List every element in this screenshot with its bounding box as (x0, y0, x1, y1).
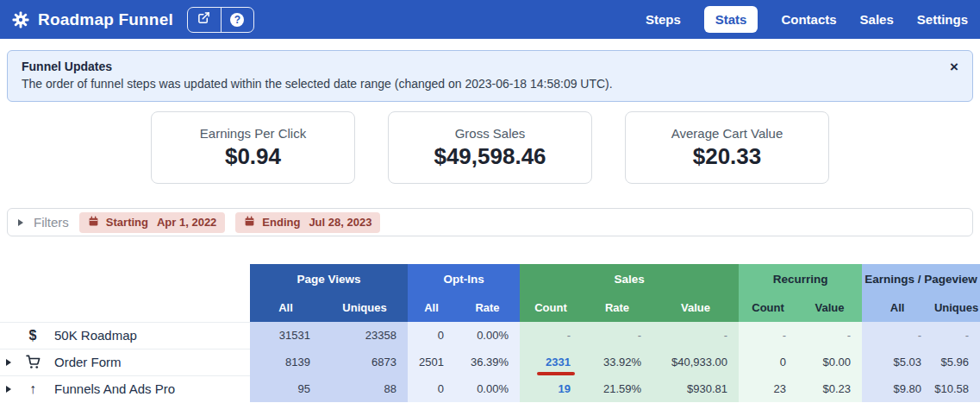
column-group-opt-ins: Opt-Ins (408, 264, 520, 293)
pill-name: Ending (262, 216, 300, 229)
funnel-step-label-cell[interactable]: $ 50K Roadmap (0, 322, 250, 349)
table-cell: $0.23 (797, 375, 862, 402)
stat-cards: Earnings Per Click $0.94 Gross Sales $49… (0, 111, 980, 184)
page-title: Roadmap Funnel (38, 10, 173, 29)
expand-caret-icon[interactable] (6, 386, 20, 393)
header-button-group: ? (187, 7, 254, 33)
nav-stats[interactable]: Stats (704, 6, 758, 33)
sales-count-link[interactable]: 19 (559, 382, 571, 395)
help-button[interactable]: ? (221, 8, 253, 32)
calendar-icon (88, 216, 99, 230)
table-cell: 21.59% (582, 375, 652, 402)
nav-contacts[interactable]: Contacts (781, 12, 836, 27)
alert-message: The order of funnel steps was updated wi… (22, 77, 958, 91)
column-group-page-views: Page Views (250, 264, 408, 293)
table-cell: - (933, 322, 980, 349)
table-cell: - (797, 322, 862, 349)
col-recurring-value: Value (797, 293, 862, 322)
table-cell: $40,933.00 (652, 349, 739, 375)
table-cell: - (739, 322, 797, 349)
col-pageviews-all: All (250, 293, 321, 322)
alert-title: Funnel Updates (22, 60, 958, 73)
column-group-sales: Sales (520, 264, 739, 293)
card-label: Gross Sales (455, 126, 526, 141)
nav-settings[interactable]: Settings (917, 12, 968, 27)
table-cell: 33.92% (582, 349, 652, 375)
table-cell: 0.00% (455, 375, 520, 402)
col-earnings-uniques: Uniques (933, 293, 980, 322)
column-group-earnings-pageview: Earnings / Pageview (862, 264, 980, 293)
table-cell: 23358 (321, 322, 408, 349)
table-row: $ 50K Roadmap 31531 23358 0 0.00% - - - … (0, 322, 980, 349)
header-spacer (0, 293, 250, 322)
filters-bar: Filters Starting Apr 1, 2022 Ending Jul … (7, 208, 973, 236)
funnel-step-label-cell[interactable]: ↑ Funnels And Ads Pro (0, 375, 250, 402)
table-cell: $5.96 (933, 349, 980, 375)
arrow-up-icon: ↑ (20, 381, 46, 397)
table-cell: $930.81 (652, 375, 739, 402)
app-header: Roadmap Funnel ? Steps Stats Contacts Sa… (0, 0, 980, 39)
col-optins-rate: Rate (455, 293, 520, 322)
table-cell: 88 (321, 375, 408, 402)
gear-icon (12, 11, 29, 28)
table-cell: - (652, 322, 739, 349)
col-recurring-count: Count (739, 293, 797, 322)
cart-icon (20, 355, 46, 369)
card-earnings-per-click: Earnings Per Click $0.94 (151, 111, 355, 184)
table-cell: $5.03 (862, 349, 933, 375)
external-link-icon (197, 11, 210, 28)
pill-value: Apr 1, 2022 (157, 216, 216, 229)
table-cell: 0.00% (455, 322, 520, 349)
starting-date-pill[interactable]: Starting Apr 1, 2022 (79, 212, 226, 233)
header-nav: Steps Stats Contacts Sales Settings (646, 6, 968, 33)
funnel-step-name: Funnels And Ads Pro (54, 381, 175, 396)
ending-date-pill[interactable]: Ending Jul 28, 2023 (235, 212, 380, 233)
close-icon[interactable]: × (950, 60, 958, 74)
col-earnings-all: All (862, 293, 933, 322)
funnel-step-label-cell[interactable]: Order Form (0, 349, 250, 375)
sales-count-link[interactable]: 2331 (546, 356, 571, 368)
col-sales-count: Count (520, 293, 582, 322)
table-cell: 8139 (250, 349, 321, 375)
table-cell: $0.00 (797, 349, 862, 375)
table-cell: - (520, 322, 582, 349)
table-cell: 0 (739, 349, 797, 375)
card-value: $0.94 (225, 143, 281, 170)
card-label: Average Cart Value (671, 126, 783, 141)
table-cell: 6873 (321, 349, 408, 375)
expand-caret-icon[interactable] (6, 359, 20, 366)
card-value: $20.33 (693, 143, 762, 170)
table-cell: - (862, 322, 933, 349)
nav-steps[interactable]: Steps (646, 12, 681, 27)
table-cell: 0 (408, 375, 455, 402)
table-row: ↑ Funnels And Ads Pro 95 88 0 0.00% 19 2… (0, 375, 980, 402)
table-cell: 36.39% (455, 349, 520, 375)
table-cell: 23 (739, 375, 797, 402)
filters-toggle[interactable]: Filters (34, 215, 69, 230)
header-spacer (0, 264, 250, 293)
open-external-button[interactable] (188, 8, 221, 32)
table-cell: 19 (520, 375, 582, 402)
table-row: Order Form 8139 6873 2501 36.39% 2331 33… (0, 349, 980, 375)
funnel-updates-alert: Funnel Updates The order of funnel steps… (7, 50, 973, 102)
table-cell: 95 (250, 375, 321, 402)
column-group-recurring: Recurring (739, 264, 862, 293)
table-cell: 31531 (250, 322, 321, 349)
col-sales-rate: Rate (582, 293, 652, 322)
pill-name: Starting (106, 216, 148, 229)
nav-sales[interactable]: Sales (860, 12, 894, 27)
table-cell: 2501 (408, 349, 455, 375)
funnel-stats-table: Page Views Opt-Ins Sales Recurring Earni… (0, 264, 980, 402)
funnel-step-name: Order Form (54, 355, 122, 369)
funnel-step-name: 50K Roadmap (54, 328, 137, 343)
chevron-right-icon[interactable] (18, 219, 23, 226)
card-label: Earnings Per Click (200, 126, 306, 141)
card-gross-sales: Gross Sales $49,598.46 (388, 111, 592, 184)
table-cell: 2331 (520, 349, 582, 375)
table-cell: - (582, 322, 652, 349)
pill-value: Jul 28, 2023 (309, 216, 371, 229)
calendar-icon (244, 216, 255, 230)
dollar-icon: $ (20, 328, 46, 343)
card-value: $49,598.46 (434, 143, 546, 170)
col-optins-all: All (408, 293, 455, 322)
